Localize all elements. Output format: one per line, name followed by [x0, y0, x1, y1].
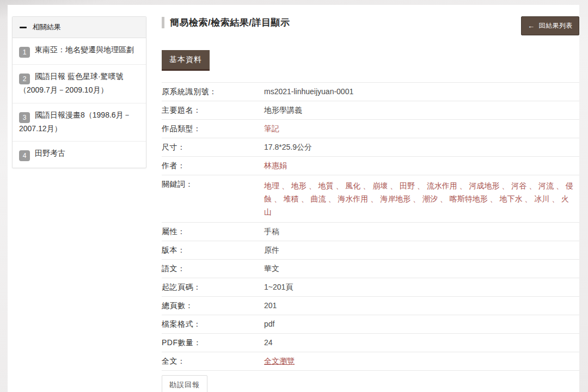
keyword-link[interactable]: 崩壞: [372, 181, 388, 190]
field-value: 全文瀏覽: [264, 356, 579, 366]
keyword-separator: 、: [554, 181, 566, 190]
related-results-title: 相關結果: [33, 22, 61, 32]
result-title: 田野考古: [35, 149, 65, 157]
keyword-separator: 、: [457, 181, 469, 190]
field-value: 17.8*25.9公分: [264, 142, 579, 152]
table-row: 版本：原件: [162, 241, 579, 259]
field-value: 地形學講義: [264, 105, 579, 115]
table-row: 起訖頁碼：1~201頁: [162, 278, 579, 296]
keyword-separator: 、: [411, 194, 422, 203]
related-result-item-4[interactable]: 4田野考古: [13, 142, 146, 168]
keyword-link[interactable]: 堆積: [284, 194, 299, 203]
keyword-separator: 、: [549, 194, 561, 203]
keyword-separator: 、: [499, 181, 511, 190]
related-results-panel: 相關結果 1東南亞：地名變遷與地理區劃2國語日報 藍色星球·驚嘆號（2009.7…: [12, 16, 146, 168]
related-result-item-2[interactable]: 2國語日報 藍色星球·驚嘆號（2009.7月－2009.10月）: [13, 65, 146, 103]
field-label: PDF數量：: [162, 338, 264, 348]
field-value: 華文: [264, 264, 579, 274]
related-results-header[interactable]: 相關結果: [13, 17, 146, 38]
result-number-badge: 1: [19, 47, 30, 58]
table-row: 原系統識別號：ms2021-linhueijyuan-0001: [162, 82, 579, 101]
result-number-badge: 3: [19, 112, 30, 123]
keyword-separator: 、: [415, 181, 427, 190]
table-row: 全文：全文瀏覽: [162, 352, 579, 370]
field-label: 屬性：: [162, 226, 264, 237]
related-result-item-3[interactable]: 3國語日報漫畫8（1998.6月－2007.12月）: [13, 103, 146, 142]
keyword-link[interactable]: 田野: [400, 181, 415, 190]
field-value: pdf: [264, 319, 579, 329]
field-value: 1~201頁: [264, 282, 579, 292]
keyword-separator: 、: [388, 181, 400, 190]
result-number-badge: 4: [19, 150, 30, 161]
keyword-separator: 、: [522, 194, 534, 203]
field-label: 關鍵詞：: [162, 179, 264, 218]
related-result-item-1[interactable]: 1東南亞：地名變遷與地理區劃: [13, 38, 146, 65]
keyword-link[interactable]: 海水作用: [338, 194, 368, 203]
title-accent-bar: [162, 17, 164, 28]
keyword-link[interactable]: 河谷: [511, 181, 526, 190]
keyword-link[interactable]: 地下水: [499, 194, 522, 203]
keyword-link[interactable]: 喀斯特地形: [450, 194, 488, 203]
keyword-link[interactable]: 曲流: [311, 194, 326, 203]
field-label: 總頁數：: [162, 301, 264, 311]
field-label: 作者：: [162, 161, 264, 171]
keyword-separator: 、: [272, 194, 284, 203]
back-button-label: 回結果列表: [539, 21, 573, 30]
keyword-separator: 、: [526, 181, 538, 190]
table-row: 語文：華文: [162, 259, 579, 278]
keyword-link[interactable]: 風化: [345, 181, 360, 190]
keyword-separator: 、: [299, 194, 311, 203]
field-label: 主要題名：: [162, 105, 264, 115]
result-title: 國語日報漫畫8（1998.6月－2007.12月）: [19, 111, 131, 133]
table-row: 檔案格式：pdf: [162, 315, 579, 333]
result-number-badge: 2: [19, 74, 30, 84]
keyword-link[interactable]: 河流: [538, 181, 554, 190]
table-row: 作品類型：筆記: [162, 119, 579, 138]
back-to-results-button[interactable]: ← 回結果列表: [521, 16, 579, 35]
result-title: 東南亞：地名變遷與地理區劃: [35, 45, 134, 54]
keyword-link[interactable]: 流水作用: [427, 181, 457, 190]
breadcrumb-text: 簡易檢索/檢索結果/詳目顯示: [170, 16, 290, 29]
keyword-link[interactable]: 冰川: [534, 194, 549, 203]
keyword-separator: 、: [334, 181, 346, 190]
field-label: 起訖頁碼：: [162, 282, 264, 292]
keyword-link[interactable]: 海岸地形: [380, 194, 411, 203]
keyword-link[interactable]: 地理: [264, 181, 279, 190]
keyword-link[interactable]: 地質: [318, 181, 334, 190]
main-content: 簡易檢索/檢索結果/詳目顯示 ← 回結果列表 基本資料 原系統識別號：ms202…: [162, 16, 579, 392]
keyword-link[interactable]: 潮汐: [422, 194, 438, 203]
keyword-link[interactable]: 地形: [291, 181, 307, 190]
field-label: 全文：: [162, 356, 264, 366]
error-report-button[interactable]: 勘誤回報: [162, 375, 207, 392]
field-label: 檔案格式：: [162, 319, 264, 329]
keyword-link[interactable]: 河成地形: [469, 181, 499, 190]
field-value: 24: [264, 338, 579, 348]
page-card: 相關結果 1東南亞：地名變遷與地理區劃2國語日報 藍色星球·驚嘆號（2009.7…: [8, 5, 579, 392]
keyword-separator: 、: [360, 181, 372, 190]
value-link[interactable]: 全文瀏覽: [264, 357, 295, 365]
field-value: 林惠娟: [264, 161, 579, 171]
collapse-minus-icon[interactable]: [20, 27, 27, 28]
keyword-separator: 、: [326, 194, 338, 203]
tab-basic-info[interactable]: 基本資料: [162, 50, 210, 71]
breadcrumb: 簡易檢索/檢索結果/詳目顯示: [162, 16, 290, 29]
table-row: 主要題名：地形學講義: [162, 101, 579, 119]
value-link[interactable]: 林惠娟: [264, 161, 287, 170]
field-label: 版本：: [162, 245, 264, 255]
field-label: 語文：: [162, 264, 264, 274]
value-link[interactable]: 筆記: [264, 124, 279, 133]
field-value: 手稿: [264, 226, 579, 237]
table-row: 總頁數：201: [162, 296, 579, 315]
table-row: 關鍵詞：地理 、 地形 、 地質 、 風化 、 崩壞 、 田野 、 流水作用 、…: [162, 175, 579, 222]
field-value: 地理 、 地形 、 地質 、 風化 、 崩壞 、 田野 、 流水作用 、 河成地…: [264, 179, 579, 218]
field-label: 作品類型：: [162, 124, 264, 134]
table-row: 作者：林惠娟: [162, 156, 579, 175]
keyword-separator: 、: [307, 181, 318, 190]
keyword-separator: 、: [368, 194, 380, 203]
table-row: 尺寸：17.8*25.9公分: [162, 138, 579, 156]
table-row: PDF數量：24: [162, 333, 579, 352]
result-title: 國語日報 藍色星球·驚嘆號（2009.7月－2009.10月）: [19, 72, 124, 94]
back-arrow-icon: ←: [528, 22, 535, 29]
field-label: 尺寸：: [162, 142, 264, 152]
record-detail-table: 原系統識別號：ms2021-linhueijyuan-0001主要題名：地形學講…: [162, 82, 579, 371]
